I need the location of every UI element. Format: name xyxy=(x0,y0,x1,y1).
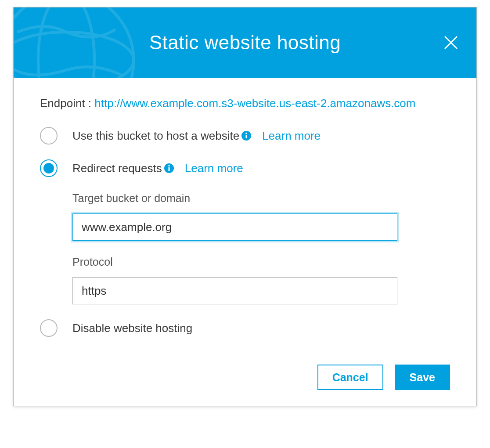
close-button[interactable] xyxy=(441,33,461,52)
option-redirect-text: Redirect requests xyxy=(72,162,162,175)
radio-redirect-requests[interactable] xyxy=(40,159,58,177)
radio-disable-label: Disable website hosting xyxy=(72,322,192,335)
protocol-label: Protocol xyxy=(72,256,450,268)
learn-more-link-redirect[interactable]: Learn more xyxy=(185,162,243,175)
target-bucket-label: Target bucket or domain xyxy=(72,192,450,205)
endpoint-url-link[interactable]: http://www.example.com.s3-website.us-eas… xyxy=(94,97,415,110)
target-bucket-input[interactable] xyxy=(72,213,397,241)
option-disable-row: Disable website hosting xyxy=(40,319,450,337)
redirect-config-panel: Target bucket or domain Protocol xyxy=(72,192,450,304)
svg-rect-6 xyxy=(246,135,247,138)
cancel-button[interactable]: Cancel xyxy=(317,365,383,390)
modal-body: Endpoint : http://www.example.com.s3-web… xyxy=(14,78,476,352)
radio-host-website[interactable] xyxy=(40,127,58,145)
endpoint-row: Endpoint : http://www.example.com.s3-web… xyxy=(40,95,450,111)
option-disable-text: Disable website hosting xyxy=(72,322,192,335)
info-icon[interactable] xyxy=(241,130,252,141)
endpoint-label: Endpoint : xyxy=(40,97,94,110)
svg-rect-9 xyxy=(168,167,169,171)
learn-more-link-host[interactable]: Learn more xyxy=(262,129,321,143)
option-redirect-row: Redirect requests Learn more xyxy=(40,159,450,177)
svg-point-1 xyxy=(14,32,134,78)
modal-header: Static website hosting xyxy=(14,7,476,78)
static-website-hosting-modal: Static website hosting Endpoint : http:/… xyxy=(13,7,477,406)
radio-redirect-label: Redirect requests Learn more xyxy=(72,162,243,175)
info-icon[interactable] xyxy=(164,163,174,173)
svg-point-7 xyxy=(245,133,247,134)
save-button[interactable]: Save xyxy=(395,365,450,390)
radio-disable-hosting[interactable] xyxy=(40,319,58,337)
target-field-group: Target bucket or domain xyxy=(72,192,450,241)
modal-title: Static website hosting xyxy=(149,32,341,54)
option-host-text: Use this bucket to host a website xyxy=(72,129,239,143)
close-icon xyxy=(443,35,459,51)
protocol-field-group: Protocol xyxy=(72,256,450,304)
globe-background-icon xyxy=(14,7,137,78)
svg-point-10 xyxy=(168,165,170,167)
protocol-input[interactable] xyxy=(72,277,397,304)
modal-footer: Cancel Save xyxy=(14,352,476,406)
radio-host-website-label: Use this bucket to host a website Learn … xyxy=(72,129,321,143)
option-host-website-row: Use this bucket to host a website Learn … xyxy=(40,127,450,145)
